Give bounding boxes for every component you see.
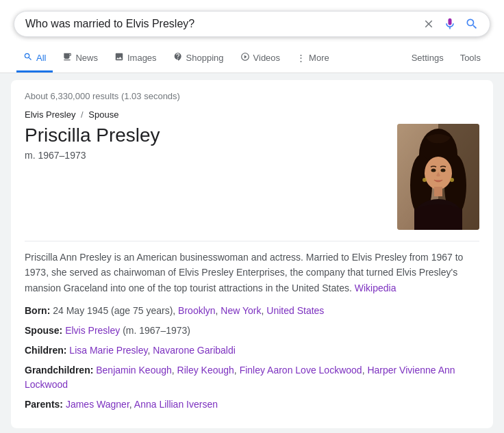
tab-tools-label: Tools [460, 53, 481, 63]
tab-all-label: All [36, 53, 46, 63]
fact-born: Born: 24 May 1945 (age 75 years), Brookl… [25, 304, 479, 318]
results-area: About 6,330,000 results (1.03 seconds) E… [11, 80, 493, 428]
fact-parents-label: Parents: [25, 399, 63, 410]
tab-settings-label: Settings [412, 53, 444, 63]
person-photo [397, 124, 479, 230]
svg-point-12 [450, 178, 454, 182]
fact-parents-link-2[interactable]: Anna Lillian Iversen [134, 399, 218, 410]
description-text: Priscilla Ann Presley is an American bus… [25, 252, 463, 293]
description: Priscilla Ann Presley is an American bus… [25, 250, 479, 296]
person-name: Priscilla Presley [25, 124, 383, 147]
tab-news-label: News [75, 53, 98, 63]
tab-settings[interactable]: Settings [405, 46, 451, 72]
breadcrumb-child: Spouse [88, 109, 118, 120]
tab-more[interactable]: ⋮ More [290, 46, 336, 72]
fact-children-link-2[interactable]: Navarone Garibaldi [153, 345, 236, 356]
fact-grandchild-link-3[interactable]: Finley Aaron Love Lockwood [240, 365, 362, 376]
fact-children: Children: Lisa Marie Presley, Navarone G… [25, 343, 479, 358]
tab-shopping[interactable]: Shopping [166, 45, 231, 73]
tab-images[interactable]: Images [108, 45, 164, 73]
breadcrumb-separator: / [81, 109, 86, 120]
tab-news[interactable]: News [55, 45, 105, 73]
fact-spouse: Spouse: Elvis Presley (m. 1967–1973) [25, 324, 479, 338]
images-tab-icon [114, 52, 124, 64]
svg-rect-9 [434, 187, 442, 196]
fact-born-text: 24 May 1945 (age 75 years), [53, 305, 178, 316]
person-married-dates: m. 1967–1973 [25, 150, 383, 161]
videos-tab-icon [240, 52, 250, 64]
tab-videos-label: Videos [253, 53, 281, 63]
shopping-tab-icon [173, 52, 183, 64]
results-count: About 6,330,000 results (1.03 seconds) [25, 91, 479, 101]
person-card: Priscilla Presley m. 1967–1973 [25, 124, 479, 230]
news-tab-icon [62, 52, 72, 64]
right-tabs: Settings Tools [405, 46, 488, 72]
divider [25, 241, 479, 241]
breadcrumb-parent: Elvis Presley [25, 109, 75, 120]
fact-grandchild-link-1[interactable]: Benjamin Keough [96, 365, 172, 376]
search-submit-button[interactable] [465, 17, 479, 31]
fact-grandchildren: Grandchildren: Benjamin Keough, Riley Ke… [25, 363, 479, 392]
fact-born-link-brooklyn[interactable]: Brooklyn [178, 305, 215, 316]
fact-spouse-link[interactable]: Elvis Presley [65, 325, 120, 336]
svg-point-11 [423, 178, 427, 182]
svg-point-7 [431, 169, 436, 172]
breadcrumb: Elvis Presley / Spouse [25, 109, 479, 120]
fact-spouse-dates: (m. 1967–1973) [120, 325, 190, 336]
svg-point-8 [441, 169, 446, 172]
fact-children-link-1[interactable]: Lisa Marie Presley [69, 345, 147, 356]
tab-shopping-label: Shopping [186, 53, 224, 63]
mic-button[interactable] [443, 17, 457, 31]
tabs-row: All News Images Shopping Videos [14, 45, 490, 73]
search-input[interactable]: Who was married to Elvis Presley? [25, 18, 423, 30]
tab-videos[interactable]: Videos [234, 45, 288, 73]
wikipedia-link[interactable]: Wikipedia [355, 283, 396, 293]
fact-parents: Parents: James Wagner, Anna Lillian Iver… [25, 397, 479, 412]
fact-spouse-label: Spouse: [25, 325, 62, 336]
fact-born-label: Born: [25, 305, 50, 316]
search-tab-icon [23, 52, 33, 64]
fact-grandchildren-label: Grandchildren: [25, 365, 93, 376]
tab-all[interactable]: All [16, 45, 53, 73]
more-tab-icon: ⋮ [297, 53, 305, 63]
fact-grandchild-link-2[interactable]: Riley Keough [177, 365, 234, 376]
tab-more-label: More [309, 53, 329, 63]
tab-tools[interactable]: Tools [453, 46, 488, 72]
fact-children-label: Children: [25, 345, 66, 356]
search-box: Who was married to Elvis Presley? [14, 11, 490, 37]
tab-images-label: Images [127, 53, 157, 63]
clear-button[interactable] [423, 18, 435, 30]
fact-born-link-us[interactable]: United States [266, 305, 324, 316]
fact-born-link-newyork[interactable]: New York [220, 305, 261, 316]
person-info: Priscilla Presley m. 1967–1973 [25, 124, 383, 161]
fact-parents-link-1[interactable]: James Wagner [66, 399, 129, 410]
